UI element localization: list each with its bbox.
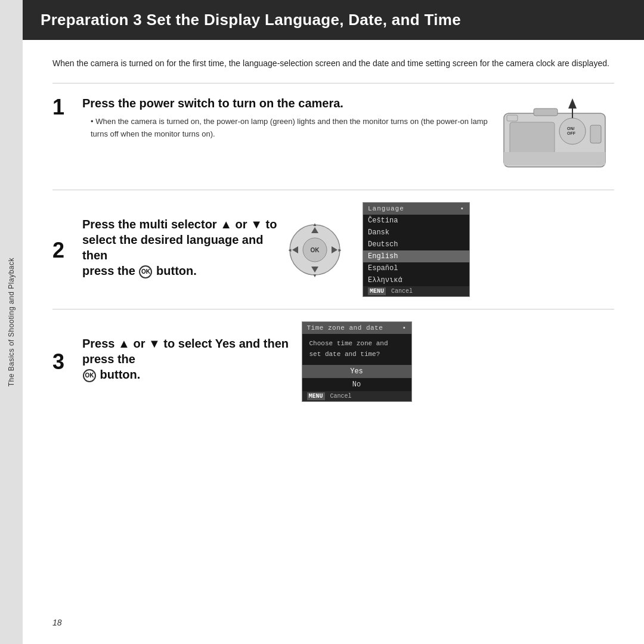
lang-item-cestina: Čeština (363, 215, 469, 227)
intro-paragraph: When the camera is turned on for the fir… (52, 57, 614, 70)
time-zone-line1: Choose time zone and (309, 340, 388, 347)
lang-item-deutsch: Deutsch (363, 239, 469, 250)
language-header-label: Language (368, 205, 404, 212)
svg-rect-10 (504, 152, 605, 165)
time-menu-label: MENU (307, 392, 325, 400)
arrow-up-icon (220, 218, 232, 231)
time-battery-icon: ▪ (402, 324, 406, 332)
step-1-number: 1 (52, 97, 74, 118)
svg-marker-5 (568, 98, 577, 109)
lang-item-greek: Ελληνικά (363, 274, 469, 286)
time-zone-header-label: Time zone and date (307, 324, 383, 332)
svg-rect-9 (590, 125, 601, 143)
step-1-heading: Press the power switch to turn on the ca… (82, 95, 495, 111)
time-zone-body: Choose time zone and set date and time? (302, 334, 411, 364)
svg-rect-8 (507, 115, 518, 121)
step-3-heading: Press or to select Yes and then press th… (82, 336, 297, 382)
svg-text:OFF: OFF (567, 131, 576, 135)
time-zone-screen: Time zone and date ▪ Choose time zone an… (302, 321, 412, 401)
time-zone-header: Time zone and date ▪ (302, 322, 411, 334)
step-1-text-block: Press the power switch to turn on the ca… (82, 95, 495, 140)
step3-ok-icon: OK (83, 369, 96, 382)
svg-text:▲: ▲ (312, 222, 317, 227)
sidebar: The Basics of Shooting and Playback (0, 0, 23, 644)
section-divider-3 (52, 309, 614, 309)
svg-text:ON/: ON/ (567, 126, 575, 131)
step-1-section: 1 Press the power switch to turn on the … (52, 95, 614, 173)
step-2-heading: Press the multi selector or to select th… (82, 216, 285, 278)
svg-text:▼: ▼ (312, 273, 317, 278)
step-1-image: ON/ OFF (495, 95, 614, 173)
time-yes-option[interactable]: Yes (302, 365, 411, 378)
svg-rect-7 (534, 109, 558, 116)
section-divider-2 (52, 190, 614, 190)
camera-svg: ON/ OFF (498, 95, 611, 173)
lang-item-espanol: Español (363, 262, 469, 274)
step3-arrow-up-icon (118, 337, 130, 350)
step-3-section: 3 Press or to select Yes and then press … (52, 321, 614, 401)
step-2-right-area: OK ▲ ▼ ◄ ► Language ▪ Čeština Dansk (285, 202, 470, 297)
ok-button-icon: OK (139, 265, 152, 278)
time-zone-footer: MENU Cancel (302, 391, 411, 401)
step-3-text-block: Press or to select Yes and then press th… (82, 336, 297, 387)
menu-label: MENU (368, 287, 386, 295)
step-2-text-block: Press the multi selector or to select th… (82, 216, 285, 283)
page-number: 18 (52, 618, 62, 627)
step-2-section: 2 Press the multi selector or to select … (52, 202, 614, 297)
section-divider (52, 83, 614, 83)
lang-item-dansk: Dansk (363, 227, 469, 239)
language-screen-footer: MENU Cancel (363, 286, 469, 296)
multi-selector-svg: OK ▲ ▼ ◄ ► (285, 220, 345, 280)
page-title: Preparation 3 Set the Display Language, … (23, 0, 644, 40)
time-zone-line2: set date and time? (309, 351, 380, 358)
step3-arrow-down-icon (148, 337, 160, 350)
language-screen-header: Language ▪ (363, 203, 469, 215)
step-3-image: Time zone and date ▪ Choose time zone an… (297, 321, 416, 401)
language-screen: Language ▪ Čeština Dansk Deutsch English… (363, 202, 470, 297)
step-3-number: 3 (52, 351, 74, 373)
battery-icon: ▪ (460, 205, 465, 212)
step-1-subtext: When the camera is turned on, the power-… (82, 116, 495, 140)
lang-item-english[interactable]: English (363, 250, 469, 262)
time-no-option[interactable]: No (302, 378, 411, 391)
main-content: Preparation 3 Set the Display Language, … (23, 0, 644, 644)
svg-text:►: ► (338, 247, 342, 253)
svg-text:OK: OK (311, 247, 320, 253)
arrow-down-icon (250, 218, 262, 231)
sidebar-label: The Basics of Shooting and Playback (7, 258, 16, 386)
svg-text:◄: ◄ (287, 247, 292, 253)
step-2-number: 2 (52, 240, 74, 261)
